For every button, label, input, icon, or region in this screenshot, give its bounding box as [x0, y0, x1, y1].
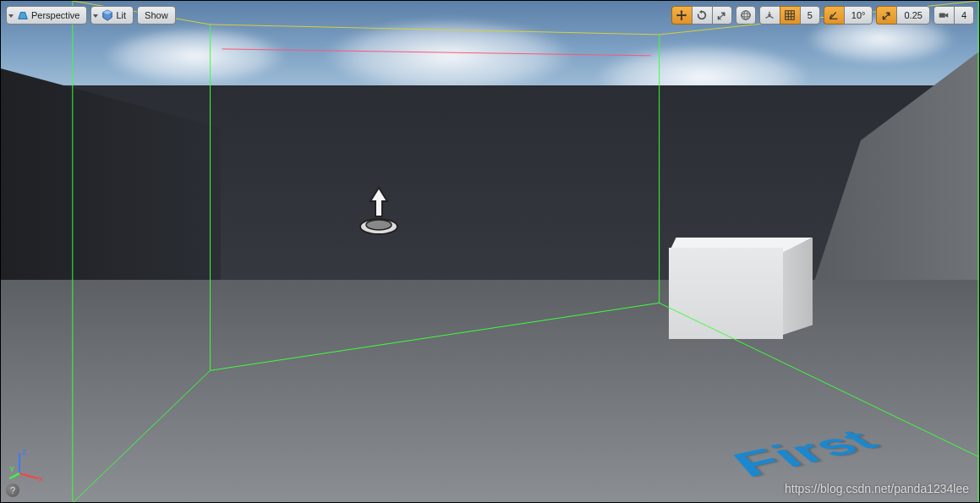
globe-icon	[740, 9, 752, 21]
watermark-text: https://blog.csdn.net/panda1234lee	[785, 482, 969, 495]
camera-speed-button[interactable]	[933, 6, 954, 25]
cube-mesh[interactable]	[669, 238, 813, 339]
rotation-snap-value-dropdown[interactable]: 10°	[844, 6, 873, 25]
svg-point-18	[741, 14, 750, 17]
move-icon	[676, 9, 687, 21]
camera-speed-value-dropdown[interactable]: 4	[954, 6, 974, 25]
transform-tool-group	[671, 6, 732, 25]
perspective-dropdown[interactable]: Perspective	[6, 6, 87, 25]
viewport-toolbar-right: 5 10° 0.25 4	[671, 6, 974, 25]
help-icon[interactable]: ?	[6, 484, 19, 497]
translate-tool-button[interactable]	[671, 6, 692, 25]
svg-line-23	[19, 473, 38, 478]
rotation-snap-toggle[interactable]	[824, 6, 844, 25]
perspective-label: Perspective	[31, 10, 79, 20]
rotate-icon	[696, 9, 708, 21]
perspective-icon	[17, 9, 29, 21]
camera-speed-group: 4	[933, 6, 974, 25]
axis-gizmo: Z X Y	[9, 446, 47, 484]
grid-snap-toggle[interactable]	[780, 6, 800, 25]
scale-snap-value-dropdown[interactable]: 0.25	[896, 6, 929, 25]
player-start-glyph	[352, 183, 406, 237]
lit-dropdown[interactable]: Lit	[90, 6, 134, 25]
camera-speed-value: 4	[961, 10, 966, 20]
scale-snap-value: 0.25	[904, 10, 922, 20]
svg-text:Z: Z	[22, 448, 27, 457]
rotation-snap-value: 10°	[851, 10, 866, 20]
grid-snap-value-dropdown[interactable]: 5	[800, 6, 820, 25]
editor-viewport[interactable]: First	[0, 0, 980, 503]
show-dropdown[interactable]: Show	[137, 6, 176, 25]
show-label: Show	[145, 10, 168, 20]
svg-rect-20	[939, 13, 945, 17]
chevron-down-icon	[93, 14, 98, 18]
svg-text:X: X	[38, 475, 43, 484]
svg-point-17	[741, 11, 750, 20]
svg-line-25	[9, 473, 19, 478]
svg-point-1	[366, 220, 391, 230]
rotate-tool-button[interactable]	[692, 6, 712, 25]
cube-lit-icon	[101, 9, 113, 21]
scale-snap-icon	[881, 9, 893, 21]
grid-icon	[784, 9, 796, 21]
surface-snap-icon	[764, 9, 775, 21]
player-start-actor-icon[interactable]	[352, 183, 406, 237]
coordinate-space-toggle[interactable]	[736, 6, 756, 25]
scale-tool-button[interactable]	[712, 6, 732, 25]
scene-3d[interactable]: First	[1, 1, 979, 502]
lit-label: Lit	[116, 10, 126, 20]
scale-snap-group: 0.25	[876, 6, 929, 25]
angle-icon	[828, 9, 840, 21]
viewport-toolbar-left: Perspective Lit Show	[6, 6, 176, 25]
svg-text:Y: Y	[9, 465, 14, 473]
floor	[1, 280, 979, 502]
grid-snap-group: 5	[759, 6, 820, 25]
rotation-snap-group: 10°	[824, 6, 873, 25]
chevron-down-icon	[8, 14, 14, 18]
scale-icon	[716, 9, 728, 21]
scale-snap-toggle[interactable]	[876, 6, 896, 25]
grid-snap-value: 5	[808, 10, 813, 20]
svg-point-19	[744, 11, 747, 20]
surface-snap-toggle[interactable]	[759, 6, 780, 25]
svg-marker-14	[19, 13, 28, 19]
camera-icon	[938, 9, 950, 21]
